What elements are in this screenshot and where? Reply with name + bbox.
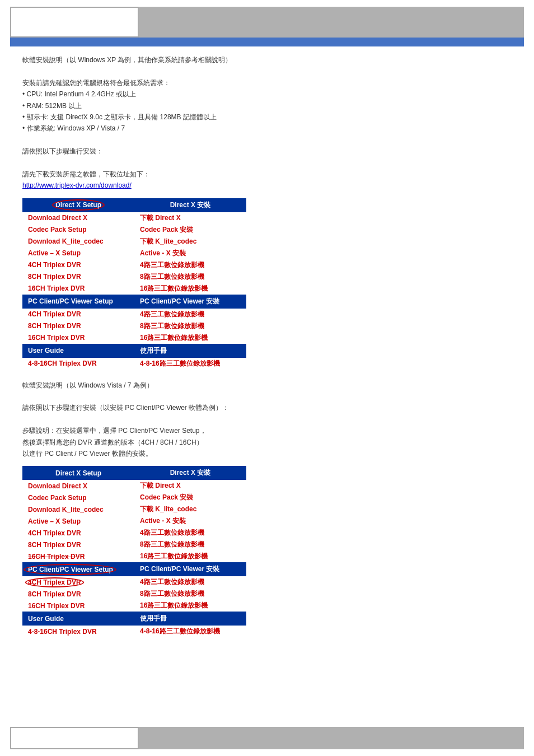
top-bar-right (139, 7, 524, 38)
bottom-footer (10, 727, 524, 749)
table1-row-4816ch: 4-8-16CH Triplex DVR 4-8-16路三工數位錄放影機 (22, 358, 246, 370)
table1-cell-user-guide-zh: 使用手冊 (134, 344, 246, 358)
table1-row-8ch-b: 8CH Triplex DVR 8路三工數位錄放影機 (22, 320, 246, 332)
table1-row-pc-client-header: PC Client/PC Viewer Setup PC Client/PC V… (22, 295, 246, 309)
table1-cell-16ch-zh: 16路三工數位錄放影機 (134, 283, 246, 295)
table1-cell-4ch-zh: 4路三工數位錄放影機 (134, 259, 246, 271)
table1-row-download-klite: Download K_lite_codec 下載 K_lite_codec (22, 236, 246, 248)
table1-cell-16ch-en: 16CH Triplex DVR (22, 283, 134, 295)
bottom-bar-right (139, 727, 524, 749)
table2-cell-4816ch-zh: 4-8-16路三工數位錄放影機 (134, 626, 246, 637)
download-url[interactable]: http://www.triplex-dvr.com/download/ (22, 181, 132, 189)
table2-cell-4ch-en: 4CH Triplex DVR (22, 527, 134, 539)
blue-header-bar (10, 38, 524, 46)
table2-row-16ch-b: 16CH Triplex DVR 16路三工數位錄放影機 (22, 600, 246, 612)
table1-cell-codec-en: Codec Pack Setup (22, 224, 134, 236)
intro-text-block: 軟體安裝說明（以 Windows XP 為例，其他作業系統請參考相關說明） 安裝… (22, 54, 512, 192)
table1-cell-16ch-b-zh: 16路三工數位錄放影機 (134, 332, 246, 344)
table1-row-activex: Active – X Setup Active - X 安裝 (22, 248, 246, 259)
table1-cell-klite-en: Download K_lite_codec (22, 236, 134, 248)
intro-line5: • 顯示卡: 支援 DirectX 9.0c 之顯示卡，且具備 128MB 記憶… (22, 111, 512, 123)
table2-row-codec-pack: Codec Pack Setup Codec Pack 安裝 (22, 492, 246, 503)
table1-row-4ch: 4CH Triplex DVR 4路三工數位錄放影機 (22, 259, 246, 271)
intro-line7: 請依照以下步驟進行安裝： (22, 146, 512, 157)
table1-col1-header: Direct X Setup (22, 198, 134, 212)
table1-cell-activex-en: Active – X Setup (22, 248, 134, 259)
table1-row-codec-pack: Codec Pack Setup Codec Pack 安裝 (22, 224, 246, 236)
table1-cell-download-direct-en: Download Direct X (22, 212, 134, 224)
table2-cell-16ch-b-en: 16CH Triplex DVR (22, 600, 134, 612)
download-link-text: 請先下載安裝所需之軟體，下載位址如下： (22, 169, 512, 180)
table2-cell-16ch-strike-zh: 16路三工數位錄放影機 (134, 550, 246, 562)
table1-cell-pc-client-zh: PC Client/PC Viewer 安裝 (134, 295, 246, 309)
table2-row-4ch: 4CH Triplex DVR 4路三工數位錄放影機 (22, 527, 246, 539)
table1-container: Direct X Setup Direct X 安裝 Download Dire… (22, 198, 512, 370)
table1-cell-8ch-en: 8CH Triplex DVR (22, 271, 134, 283)
table2-cell-klite-zh: 下載 K_lite_codec (134, 503, 246, 515)
table1-row-4ch-b: 4CH Triplex DVR 4路三工數位錄放影機 (22, 309, 246, 320)
table1-row-16ch-b: 16CH Triplex DVR 16路三工數位錄放影機 (22, 332, 246, 344)
intro-line3: • CPU: Intel Pentium 4 2.4GHz 或以上 (22, 88, 512, 100)
table2-cell-download-direct-en: Download Direct X (22, 480, 134, 492)
section2-line5: 以進行 PC Client / PC Viewer 軟體的安裝。 (22, 448, 512, 459)
table2-cell-8ch-zh: 8路三工數位錄放影機 (134, 539, 246, 550)
table2-row-8ch: 8CH Triplex DVR 8路三工數位錄放影機 (22, 539, 246, 550)
table1-cell-download-direct-zh: 下載 Direct X (134, 212, 246, 224)
table2-cell-activex-zh: Active - X 安裝 (134, 515, 246, 527)
table1-row-8ch: 8CH Triplex DVR 8路三工數位錄放影機 (22, 271, 246, 283)
table2-row-4816ch: 4-8-16CH Triplex DVR 4-8-16路三工數位錄放影機 (22, 626, 246, 637)
top-header (10, 7, 524, 38)
table1-cell-user-guide-en: User Guide (22, 344, 134, 358)
section2-line4: 然後選擇對應您的 DVR 通道數的版本（4CH / 8CH / 16CH） (22, 437, 512, 448)
table1-cell-8ch-b-zh: 8路三工數位錄放影機 (134, 320, 246, 332)
table1-cell-codec-zh: Codec Pack 安裝 (134, 224, 246, 236)
table2-cell-download-direct-zh: 下載 Direct X (134, 480, 246, 492)
table2-cell-4ch-b-en: 4CH Triplex DVR (22, 576, 134, 588)
table2-header-row: Direct X Setup Direct X 安裝 (22, 466, 246, 480)
table1-row-download-direct: Download Direct X 下載 Direct X (22, 212, 246, 224)
table1-cell-4816ch-zh: 4-8-16路三工數位錄放影機 (134, 358, 246, 370)
table2-row-8ch-b: 8CH Triplex DVR 8路三工數位錄放影機 (22, 588, 246, 600)
table2-cell-4816ch-en: 4-8-16CH Triplex DVR (22, 626, 134, 637)
table2-cell-16ch-strike-en: 16CH Triplex DVR (22, 550, 134, 562)
main-content: 軟體安裝說明（以 Windows XP 為例，其他作業系統請參考相關說明） 安裝… (0, 46, 534, 655)
table2-col1-header: Direct X Setup (22, 466, 134, 480)
table2-cell-8ch-en: 8CH Triplex DVR (22, 539, 134, 550)
table1-cell-activex-zh: Active - X 安裝 (134, 248, 246, 259)
table1-header-row: Direct X Setup Direct X 安裝 (22, 198, 246, 212)
top-title-box (10, 7, 139, 38)
table1-cell-16ch-b-en: 16CH Triplex DVR (22, 332, 134, 344)
intro-line1: 軟體安裝說明（以 Windows XP 為例，其他作業系統請參考相關說明） (22, 54, 512, 66)
table2-row-download-klite: Download K_lite_codec 下載 K_lite_codec (22, 503, 246, 515)
table2-cell-codec-en: Codec Pack Setup (22, 492, 134, 503)
table1-cell-4ch-b-en: 4CH Triplex DVR (22, 309, 134, 320)
bottom-title-box (10, 727, 139, 749)
table2-row-activex: Active – X Setup Active - X 安裝 (22, 515, 246, 527)
section2-text: 軟體安裝說明（以 Windows Vista / 7 為例） 請依照以下步驟進行… (22, 380, 512, 460)
table2-cell-codec-zh: Codec Pack 安裝 (134, 492, 246, 503)
table2-cell-user-guide-en: User Guide (22, 612, 134, 626)
table2-cell-16ch-b-zh: 16路三工數位錄放影機 (134, 600, 246, 612)
table1-col2-header: Direct X 安裝 (134, 198, 246, 212)
table1-cell-klite-zh: 下載 K_lite_codec (134, 236, 246, 248)
table2-cell-activex-en: Active – X Setup (22, 515, 134, 527)
table1-cell-8ch-zh: 8路三工數位錄放影機 (134, 271, 246, 283)
table2-cell-klite-en: Download K_lite_codec (22, 503, 134, 515)
table2-cell-pc-client-en: PC Client/PC Viewer Setup (22, 562, 134, 576)
table2-row-4ch-b: 4CH Triplex DVR 4路三工數位錄放影機 (22, 576, 246, 588)
table2-col2-header: Direct X 安裝 (134, 466, 246, 480)
table1-cell-8ch-b-en: 8CH Triplex DVR (22, 320, 134, 332)
table1-cell-pc-client-en: PC Client/PC Viewer Setup (22, 295, 134, 309)
table2-row-16ch-strike: 16CH Triplex DVR 16路三工數位錄放影機 (22, 550, 246, 562)
intro-line4: • RAM: 512MB 以上 (22, 100, 512, 111)
table1-cell-4816ch-en: 4-8-16CH Triplex DVR (22, 358, 134, 370)
table2-row-download-direct: Download Direct X 下載 Direct X (22, 480, 246, 492)
table2-row-user-guide-header: User Guide 使用手冊 (22, 612, 246, 626)
section2-line1: 軟體安裝說明（以 Windows Vista / 7 為例） (22, 380, 512, 391)
section2-line2: 請依照以下步驟進行安裝（以安裝 PC Client/PC Viewer 軟體為例… (22, 402, 512, 413)
table1-cell-4ch-b-zh: 4路三工數位錄放影機 (134, 309, 246, 320)
table2-cell-user-guide-zh: 使用手冊 (134, 612, 246, 626)
table2-cell-8ch-b-en: 8CH Triplex DVR (22, 588, 134, 600)
table2-cell-8ch-b-zh: 8路三工數位錄放影機 (134, 588, 246, 600)
table2-container: Direct X Setup Direct X 安裝 Download Dire… (22, 466, 512, 637)
